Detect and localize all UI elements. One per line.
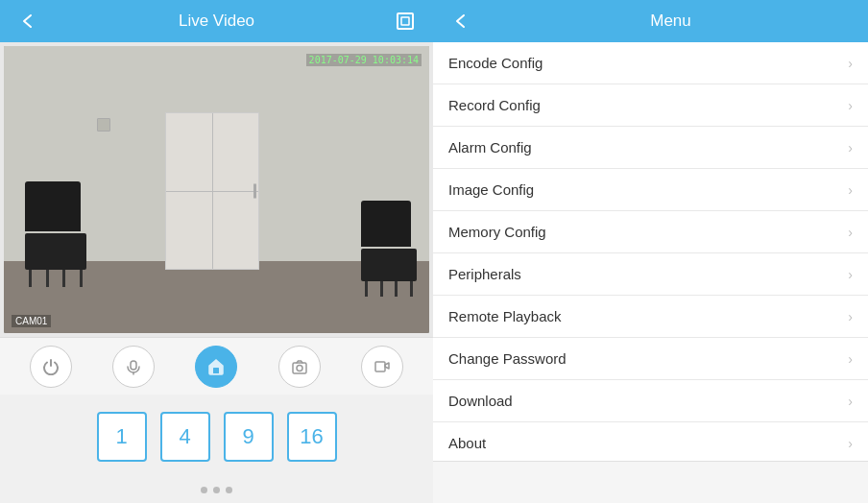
grid-1-label: 1 [115, 424, 127, 449]
image-config-label: Image Config [448, 181, 534, 198]
svg-rect-5 [293, 363, 306, 373]
encode-config-label: Encode Config [448, 55, 542, 71]
remote-playback-chevron: › [848, 309, 853, 324]
right-header: Menu [433, 0, 868, 42]
right-panel: Menu Encode Config › Record Config › Ala… [433, 0, 868, 503]
remote-playback-item[interactable]: Remote Playback › [433, 296, 868, 338]
video-scene: 2017-07-29 10:03:14 CAM01 [4, 46, 429, 333]
scene-outlet [97, 118, 110, 132]
memory-config-item[interactable]: Memory Config › [433, 211, 868, 253]
record-button[interactable] [361, 346, 403, 388]
video-timestamp: 2017-07-29 10:03:14 [306, 54, 422, 66]
main-container: Live Video [0, 0, 868, 503]
grid-9-button[interactable]: 9 [224, 412, 274, 462]
svg-rect-1 [401, 17, 409, 25]
alarm-config-label: Alarm Config [448, 139, 532, 156]
download-chevron: › [848, 394, 853, 409]
change-password-item[interactable]: Change Password › [433, 338, 868, 380]
about-item[interactable]: About › [433, 422, 868, 461]
menu-back-button[interactable] [446, 12, 475, 30]
download-label: Download [448, 393, 513, 409]
grid-4-label: 4 [179, 424, 190, 449]
menu-title: Menu [487, 12, 855, 31]
chair-left [25, 181, 86, 270]
record-config-label: Record Config [448, 97, 541, 113]
live-video-title: Live Video [42, 12, 391, 31]
grid-16-button[interactable]: 16 [287, 412, 337, 462]
encode-config-item[interactable]: Encode Config › [433, 42, 868, 84]
dot-2 [213, 487, 220, 493]
power-button[interactable] [30, 346, 72, 388]
page-dots [0, 479, 433, 503]
chair-right [361, 201, 417, 281]
remote-playback-label: Remote Playback [448, 308, 562, 324]
about-label: About [448, 435, 486, 451]
dot-1 [201, 487, 207, 493]
alarm-config-item[interactable]: Alarm Config › [433, 127, 868, 169]
scene-cabinet [165, 112, 258, 270]
audio-button[interactable] [112, 346, 155, 388]
peripherals-item[interactable]: Peripherals › [433, 253, 868, 296]
grid-1-button[interactable]: 1 [97, 412, 147, 462]
change-password-chevron: › [848, 351, 853, 367]
right-footer [433, 461, 868, 503]
download-item[interactable]: Download › [433, 380, 868, 422]
svg-rect-0 [398, 13, 413, 29]
svg-rect-2 [131, 361, 136, 370]
menu-list: Encode Config › Record Config › Alarm Co… [433, 42, 868, 461]
encode-config-chevron: › [848, 56, 853, 71]
back-button[interactable] [13, 12, 42, 30]
peripherals-label: Peripherals [448, 266, 521, 282]
about-chevron: › [848, 436, 853, 451]
svg-rect-4 [213, 368, 219, 373]
grid-4-button[interactable]: 4 [160, 412, 210, 462]
image-config-chevron: › [848, 182, 853, 198]
camera-label: CAM01 [12, 315, 51, 327]
home-button[interactable] [195, 346, 237, 388]
svg-rect-7 [375, 362, 385, 371]
change-password-label: Change Password [448, 350, 567, 367]
fullscreen-button[interactable] [391, 12, 420, 31]
memory-config-chevron: › [848, 225, 853, 240]
left-panel: Live Video [0, 0, 433, 503]
record-config-chevron: › [848, 98, 853, 113]
record-config-item[interactable]: Record Config › [433, 84, 868, 127]
alarm-config-chevron: › [848, 140, 853, 156]
video-toolbar [0, 337, 433, 395]
grid-selector: 1 4 9 16 [0, 395, 433, 479]
image-config-item[interactable]: Image Config › [433, 169, 868, 211]
grid-16-label: 16 [300, 424, 323, 449]
memory-config-label: Memory Config [448, 224, 546, 240]
dot-3 [226, 487, 232, 493]
left-header: Live Video [0, 0, 433, 42]
snapshot-button[interactable] [278, 346, 321, 388]
video-area: 2017-07-29 10:03:14 CAM01 [4, 46, 429, 333]
grid-9-label: 9 [242, 424, 253, 449]
svg-point-6 [297, 365, 302, 371]
peripherals-chevron: › [848, 267, 853, 282]
